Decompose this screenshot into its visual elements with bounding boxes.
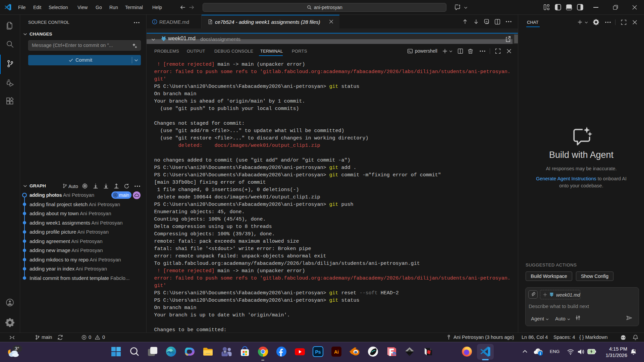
svg-text:Ai: Ai <box>334 349 339 355</box>
svg-text:z: z <box>635 349 636 351</box>
svg-text:Ps: Ps <box>315 349 321 355</box>
